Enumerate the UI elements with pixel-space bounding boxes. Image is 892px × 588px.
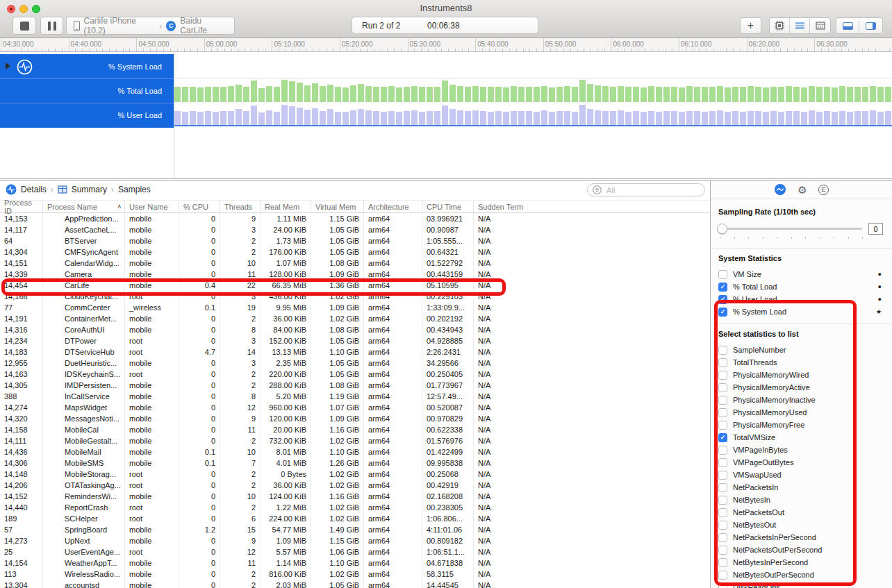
table-row-calendarwidg-[interactable]: 14,151CalendarWidg...mobile0101.07 MiB1.… bbox=[0, 258, 710, 269]
checkbox-physicalmemorywired[interactable] bbox=[718, 371, 727, 380]
instruments-view-button[interactable] bbox=[770, 18, 790, 33]
table-row-springboard[interactable]: 57SpringBoardmobile1.21554.77 MiB1.49 Gi… bbox=[0, 524, 710, 535]
checkbox-totalthreads[interactable] bbox=[718, 358, 727, 367]
table-row-imdpersisten-[interactable]: 14,305IMDPersisten...mobile02288.00 KiB1… bbox=[0, 380, 710, 391]
table-row-mobilesms[interactable]: 14,306MobileSMSmobile0.174.01 MiB1.26 Gi… bbox=[0, 457, 710, 469]
filter-input[interactable] bbox=[605, 185, 688, 195]
checkbox-samplenumber[interactable] bbox=[718, 346, 727, 355]
checkbox-netbytesinpersecond[interactable] bbox=[718, 558, 727, 567]
filter-field[interactable] bbox=[587, 183, 705, 196]
checkbox-netbytesout[interactable] bbox=[718, 521, 727, 530]
table-row-camera[interactable]: 14,339Cameramobile011128.00 KiB1.09 GiBa… bbox=[0, 269, 710, 280]
display-settings-tab-icon[interactable]: ⚙ bbox=[798, 185, 807, 195]
extended-detail-tab-icon[interactable]: E bbox=[818, 185, 829, 195]
checkbox-physicalmemoryfree[interactable] bbox=[718, 421, 727, 430]
timeline-ruler[interactable]: 04:30.00004:40.00004:50.00005:00.00005:1… bbox=[0, 38, 892, 52]
table-row-reportcrash[interactable]: 14,440ReportCrashroot021.22 MiB1.02 GiBa… bbox=[0, 502, 710, 513]
list-view-button[interactable] bbox=[790, 18, 810, 33]
checkbox-diskreadops[interactable] bbox=[718, 583, 727, 588]
breadcrumb-summary[interactable]: Summary bbox=[72, 185, 107, 194]
table-row-dtpower[interactable]: 14,234DTPowerroot03152.00 KiB1.05 GiBarm… bbox=[0, 335, 710, 346]
table-row-weatherappt-[interactable]: 14,154WeatherAppT...mobile0111.14 MiB1.1… bbox=[0, 557, 710, 569]
table-row-cloudkeychai-[interactable]: 14,166CloudKeychai...root03436.00 KiB1.0… bbox=[0, 291, 710, 302]
column-header-user-name[interactable]: User Name bbox=[125, 201, 179, 212]
table-row-idskeychains-[interactable]: 14,163IDSKeychainS...root02220.00 KiB1.0… bbox=[0, 369, 710, 380]
checkbox--user-load[interactable]: ✓ bbox=[718, 295, 727, 304]
checkbox-vmpageoutbytes[interactable] bbox=[718, 458, 727, 467]
table-row-cmfsyncagent[interactable]: 14,304CMFSyncAgentmobile02176.00 KiB1.05… bbox=[0, 246, 710, 258]
column-header-virtual-mem[interactable]: Virtual Mem bbox=[311, 201, 364, 212]
checkbox-vm-size[interactable] bbox=[718, 270, 727, 279]
table-row-reminderswi-[interactable]: 14,152RemindersWi...mobile010124.00 KiB1… bbox=[0, 491, 710, 502]
column-header-process-name[interactable]: Process Name∧ bbox=[43, 201, 125, 212]
table-row-dtservicehub[interactable]: 14,183DTServiceHubroot4.71413.13 MiB1.10… bbox=[0, 346, 710, 358]
column-header-threads[interactable]: Threads bbox=[220, 201, 261, 212]
table-row-mobilestorag-[interactable]: 14,148MobileStorag...root020 Bytes1.02 G… bbox=[0, 469, 710, 480]
grid-view-button[interactable] bbox=[810, 18, 830, 33]
table-row-appprediction-[interactable]: 14,153AppPrediction...mobile091.11 MiB1.… bbox=[0, 213, 710, 224]
table-row-assetcachel-[interactable]: 14,117AssetCacheL...mobile0324.00 KiB1.0… bbox=[0, 224, 710, 235]
checkbox-physicalmemoryinactive[interactable] bbox=[718, 396, 727, 405]
column-header-cpu-time[interactable]: CPU Time bbox=[422, 201, 474, 212]
table-row-mobilemail[interactable]: 14,436MobileMailmobile0.1108.01 MiB1.10 … bbox=[0, 446, 710, 457]
table-row-incallservice[interactable]: 388InCallServicemobile085.20 MiB1.19 GiB… bbox=[0, 391, 710, 402]
breadcrumb-samples[interactable]: Samples bbox=[118, 185, 151, 194]
cell: mobile bbox=[125, 380, 179, 391]
load-bar bbox=[274, 87, 280, 102]
checkbox-physicalmemoryused[interactable] bbox=[718, 408, 727, 417]
table-row-containermet-[interactable]: 14,191ContainerMet...mobile0236.00 KiB1.… bbox=[0, 313, 710, 324]
table-row-usereventage-[interactable]: 25UserEventAge...root0125.57 MiB1.06 GiB… bbox=[0, 546, 710, 557]
table-row-mobilegestalt-[interactable]: 14,111MobileGestalt...mobile02732.00 KiB… bbox=[0, 435, 710, 446]
table-row-accountsd[interactable]: 13,304accountsdmobile022.03 MiB1.05 GiBa… bbox=[0, 580, 710, 588]
ruler-minor-tick bbox=[367, 49, 367, 51]
table-row-duetheuristic-[interactable]: 12,955DuetHeuristic...mobile032.35 MiB1.… bbox=[0, 358, 710, 369]
cell: 1.14 MiB bbox=[261, 557, 311, 569]
checkbox-vmpageinbytes[interactable] bbox=[718, 446, 727, 455]
checkbox-netbytesoutpersecond[interactable] bbox=[718, 571, 727, 580]
checkbox--total-load[interactable]: ✓ bbox=[718, 283, 727, 292]
table-row-commcenter[interactable]: 77CommCenter_wireless0.1199.95 MiB1.09 G… bbox=[0, 302, 710, 313]
toggle-bottom-pane-button[interactable] bbox=[836, 18, 859, 33]
stop-record-button[interactable] bbox=[13, 17, 36, 35]
record-settings-tab-icon[interactable] bbox=[774, 183, 786, 196]
cell: 05.10595 bbox=[422, 280, 474, 291]
column-header-real-mem[interactable]: Real Mem bbox=[261, 201, 311, 212]
add-instrument-button[interactable]: + bbox=[740, 17, 761, 34]
checkbox-netpacketsinpersecond[interactable] bbox=[718, 533, 727, 542]
table-row-carlife[interactable]: 14,454CarLifemobile0.42266.35 MiB1.36 Gi… bbox=[0, 280, 710, 291]
run-indicator[interactable]: Run 2 of 2 00:06:38 bbox=[352, 17, 538, 34]
slider-thumb[interactable] bbox=[717, 224, 727, 234]
checkbox-netpacketsout[interactable] bbox=[718, 508, 727, 517]
table-row-btserver[interactable]: 64BTServermobile021.73 MiB1.05 GiBarm641… bbox=[0, 235, 710, 246]
table-row-messagesnoti-[interactable]: 14,320MessagesNoti...mobile09120.00 KiB1… bbox=[0, 413, 710, 424]
checkbox-netbytesin[interactable] bbox=[718, 496, 727, 505]
column-header--cpu[interactable]: % CPU bbox=[179, 201, 220, 212]
load-bar bbox=[709, 87, 716, 102]
checkbox--system-load[interactable]: ✓ bbox=[718, 308, 727, 317]
checkbox-netpacketsin[interactable] bbox=[718, 483, 727, 492]
column-header-process-id[interactable]: Process ID bbox=[0, 201, 43, 212]
table-row-coreauthui[interactable]: 14,316CoreAuthUImobile0884.00 KiB1.08 Gi… bbox=[0, 324, 710, 335]
table-row-mobilecal[interactable]: 14,158MobileCalmobile01120.00 KiB1.16 Gi… bbox=[0, 424, 710, 435]
checkbox-vmswapused[interactable] bbox=[718, 471, 727, 480]
checkbox-netpacketsoutpersecond[interactable] bbox=[718, 546, 727, 555]
column-header-architecture[interactable]: Architecture bbox=[364, 201, 422, 212]
checkbox-totalvmsize[interactable]: ✓ bbox=[718, 433, 727, 442]
activity-monitor-track-header[interactable]: % System Load % Total Load % User Load bbox=[0, 54, 174, 128]
breadcrumb-details[interactable]: Details bbox=[21, 185, 47, 194]
slider-track[interactable] bbox=[720, 228, 862, 230]
table-row-schelper[interactable]: 189SCHelperroot06224.00 KiB1.02 GiBarm64… bbox=[0, 513, 710, 524]
toggle-right-pane-button[interactable] bbox=[859, 18, 882, 33]
load-bar bbox=[342, 112, 349, 125]
table-row-mapswidget[interactable]: 14,274MapsWidgetmobile012960.00 KiB1.07 … bbox=[0, 402, 710, 413]
table-row-otataskingag-[interactable]: 14,206OTATaskingAg...root0236.00 KiB1.02… bbox=[0, 480, 710, 491]
pause-button[interactable] bbox=[40, 17, 63, 35]
checkbox-physicalmemoryactive[interactable] bbox=[718, 383, 727, 392]
column-header-sudden-term[interactable]: Sudden Term bbox=[474, 201, 710, 212]
detail-toolbar: Details › Summary › Samples bbox=[0, 180, 710, 200]
table-row-wirelessradio-[interactable]: 113WirelessRadio...mobile02816.00 KiB1.0… bbox=[0, 569, 710, 580]
sampling-rate-value[interactable]: 0 bbox=[868, 223, 883, 235]
target-device-selector[interactable]: Carlife iPhone (10.2) › C Baidu CarLife bbox=[66, 17, 235, 35]
table-row-upnext[interactable]: 14,273UpNextmobile091.09 MiB1.15 GiBarm6… bbox=[0, 535, 710, 546]
load-bar bbox=[702, 112, 708, 125]
